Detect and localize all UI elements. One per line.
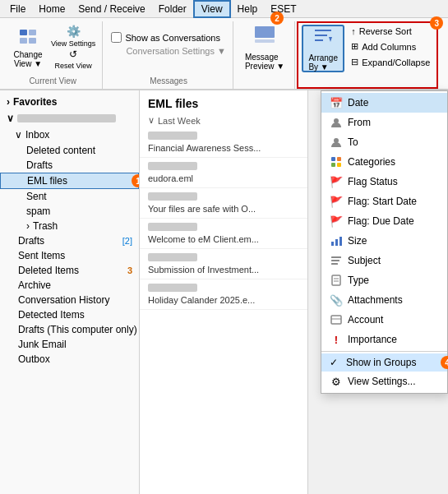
svg-rect-2 — [20, 38, 27, 44]
dropdown-item-show-in-groups[interactable]: ✓ Show in Groups 4 — [321, 353, 447, 372]
inbox-chevron-icon: ∨ — [15, 129, 22, 141]
sidebar-item-junk-email[interactable]: Junk Email — [0, 337, 139, 352]
email-item-5[interactable]: Submission of Investment... — [140, 249, 307, 279]
conversation-settings-btn[interactable]: Conversation Settings ▼ — [109, 45, 228, 57]
email-item-2[interactable]: eudora.eml — [140, 158, 307, 188]
menu-file[interactable]: File — [3, 2, 32, 16]
arrange-by-dropdown: 📅 Date From To Categories 🚩 Flag Status … — [321, 90, 448, 394]
flag-status-label: Flag Status — [348, 176, 398, 187]
sidebar-favorites[interactable]: › Favorites — [0, 94, 139, 110]
arrange-by-icon — [312, 25, 334, 52]
sidebar-item-deleted-items[interactable]: Deleted Items 3 — [0, 263, 139, 278]
dropdown-item-account[interactable]: Account — [321, 310, 447, 330]
dropdown-item-size[interactable]: Size — [321, 231, 447, 251]
arrange-by-button[interactable]: ArrangeBy ▼ — [302, 25, 344, 72]
sidebar-item-detected-items[interactable]: Detected Items — [0, 307, 139, 322]
svg-rect-14 — [331, 163, 335, 167]
sidebar-item-drafts-sub[interactable]: Drafts — [0, 158, 139, 173]
sidebar-account[interactable]: ∨ — [0, 110, 139, 127]
svg-rect-13 — [337, 157, 341, 161]
email-sender-5 — [148, 253, 197, 261]
sidebar-item-sent[interactable]: Sent — [0, 189, 139, 204]
email-item-1[interactable]: Financial Awareness Sess... — [140, 127, 307, 158]
dropdown-item-flag-due[interactable]: 🚩 Flag: Due Date — [321, 211, 447, 231]
show-as-conversations-checkbox[interactable]: Show as Conversations — [109, 31, 228, 44]
svg-rect-16 — [331, 242, 334, 246]
current-view-group-label: Current View — [29, 76, 76, 87]
menu-help[interactable]: Help — [231, 2, 265, 16]
dropdown-item-flag-start[interactable]: 🚩 Flag: Start Date — [321, 192, 447, 211]
dropdown-item-type[interactable]: Type — [321, 270, 447, 290]
sidebar-item-drafts-computer[interactable]: Drafts (This computer only) — [0, 322, 139, 337]
reset-view-label: Reset View — [55, 62, 92, 70]
email-item-6[interactable]: Holiday Calander 2025.e... — [140, 279, 307, 310]
reverse-sort-btn[interactable]: ↑ Reverse Sort — [348, 25, 433, 38]
step1-circle: 1 — [132, 174, 140, 187]
spam-label: spam — [26, 205, 50, 217]
importance-label: Importance — [348, 334, 397, 345]
dropdown-item-attachments[interactable]: 📎 Attachments — [321, 290, 447, 310]
conversation-settings-label: Conversation Settings ▼ — [126, 46, 226, 56]
sidebar-item-deleted-content[interactable]: Deleted content — [0, 143, 139, 158]
menu-send-receive[interactable]: Send / Receive — [72, 2, 151, 16]
ribbon-group-arrange: ArrangeBy ▼ ↑ Reverse Sort ⊞ Add Columns… — [297, 21, 438, 89]
dropdown-divider — [321, 351, 447, 352]
flag-status-icon: 🚩 — [330, 175, 343, 188]
email-subject-3: Your files are safe with O... — [148, 204, 299, 214]
junk-email-label: Junk Email — [18, 339, 67, 350]
from-icon — [330, 116, 343, 129]
sidebar-item-eml-files[interactable]: EML files 1 — [0, 173, 139, 189]
svg-rect-1 — [29, 30, 36, 35]
menu-view[interactable]: View — [193, 0, 231, 18]
add-columns-btn[interactable]: ⊞ Add Columns — [348, 39, 433, 53]
sent-items-label: Sent Items — [18, 250, 65, 261]
dropdown-item-categories[interactable]: Categories — [321, 152, 447, 172]
deleted-items-badge: 3 — [127, 265, 132, 275]
menu-eset[interactable]: ESET — [264, 2, 303, 16]
svg-rect-3 — [29, 38, 36, 44]
dropdown-item-flag-status[interactable]: 🚩 Flag Status — [321, 172, 447, 192]
menu-folder[interactable]: Folder — [152, 2, 193, 16]
dropdown-item-to[interactable]: To — [321, 132, 447, 152]
subject-icon — [330, 254, 343, 267]
sidebar-item-sent-items[interactable]: Sent Items — [0, 248, 139, 263]
email-item-3[interactable]: Your files are safe with O... — [140, 188, 307, 219]
account-icon — [330, 313, 343, 326]
email-list-panel: EML files ∨ Last Week Financial Awarenes… — [140, 90, 308, 494]
sidebar-item-outbox[interactable]: Outbox — [0, 352, 139, 367]
sidebar-item-archive[interactable]: Archive — [0, 278, 139, 293]
dropdown-item-view-settings[interactable]: ⚙ View Settings... — [321, 372, 447, 391]
conversation-history-label: Conversation History — [18, 294, 109, 306]
email-item-4[interactable]: Welcome to eM Client.em... — [140, 219, 307, 249]
trash-label: Trash — [33, 220, 58, 232]
drafts-count-badge: [2] — [122, 236, 132, 246]
svg-rect-21 — [331, 263, 338, 265]
email-sender-4 — [148, 223, 197, 231]
email-group-header: ∨ Last Week — [140, 113, 307, 127]
change-view-button[interactable]: ChangeView ▼ — [8, 23, 48, 71]
view-settings-dropdown-icon: ⚙ — [330, 375, 343, 388]
dropdown-item-date[interactable]: 📅 Date — [321, 93, 447, 113]
dropdown-item-subject[interactable]: Subject — [321, 251, 447, 270]
message-preview-label: MessagePreview ▼ — [245, 53, 284, 71]
email-list-title: EML files — [140, 90, 307, 113]
sidebar-item-spam[interactable]: spam — [0, 204, 139, 219]
view-settings-button[interactable]: ⚙️ View Settings — [49, 25, 97, 48]
message-preview-button[interactable]: MessagePreview ▼ — [240, 23, 289, 71]
sidebar-inbox[interactable]: ∨ Inbox — [0, 127, 139, 143]
dropdown-item-from[interactable]: From — [321, 113, 447, 132]
svg-rect-22 — [332, 275, 340, 285]
svg-rect-25 — [331, 316, 341, 324]
sidebar-item-trash[interactable]: › Trash — [0, 219, 139, 233]
account-label: Account — [348, 314, 383, 325]
add-columns-icon: ⊞ — [351, 41, 358, 52]
sidebar-item-conversation-history[interactable]: Conversation History — [0, 293, 139, 307]
menu-home[interactable]: Home — [32, 2, 72, 16]
sidebar-item-drafts-main[interactable]: Drafts [2] — [0, 233, 139, 248]
from-label: From — [348, 117, 371, 128]
show-as-conversations-input[interactable] — [111, 32, 122, 43]
reset-view-button[interactable]: ↺ Reset View — [49, 49, 97, 69]
dropdown-item-importance[interactable]: ! Importance — [321, 330, 447, 349]
date-icon: 📅 — [330, 96, 343, 109]
expand-collapse-btn[interactable]: ⊟ Expand/Collapse — [348, 55, 433, 69]
